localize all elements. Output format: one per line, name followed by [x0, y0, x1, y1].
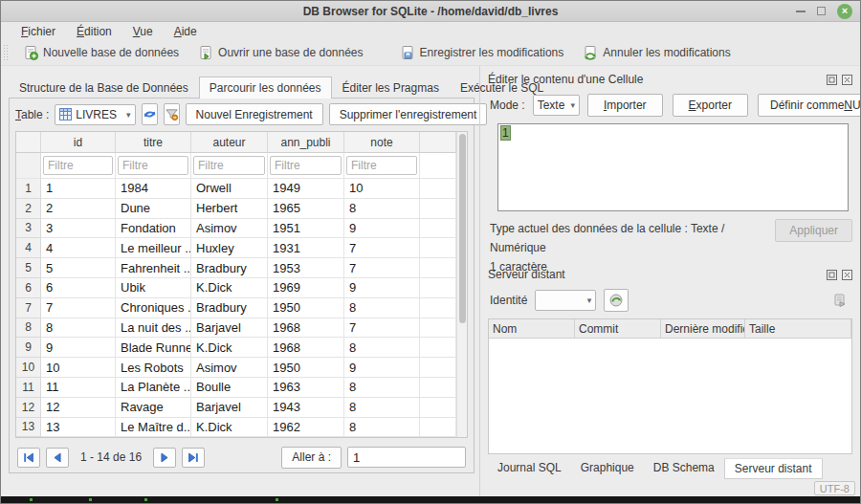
- table-cell[interactable]: 8: [344, 338, 420, 358]
- remote-column-commit[interactable]: Commit: [575, 319, 661, 339]
- apply-button[interactable]: Appliquer: [775, 219, 852, 242]
- filter-input-ann-publi[interactable]: [270, 156, 342, 175]
- next-page-button[interactable]: [153, 448, 176, 468]
- table-cell[interactable]: 1950: [268, 298, 344, 318]
- table-cell[interactable]: Orwell: [191, 179, 268, 199]
- remote-column-modif[interactable]: Dernière modific: [661, 319, 745, 339]
- first-page-button[interactable]: [17, 448, 40, 468]
- reload-remote-button[interactable]: [604, 289, 629, 312]
- delete-record-button[interactable]: Supprimer l'enregistrement: [329, 103, 488, 125]
- last-page-button[interactable]: [182, 448, 205, 468]
- table-cell[interactable]: 8: [344, 298, 420, 318]
- table-cell[interactable]: 1949: [268, 179, 344, 199]
- refresh-button[interactable]: [142, 103, 158, 125]
- table-cell[interactable]: 7: [344, 318, 420, 339]
- table-cell[interactable]: 7: [344, 258, 420, 278]
- table-cell[interactable]: Les Robots: [116, 358, 191, 378]
- table-cell[interactable]: Ubik: [116, 278, 191, 298]
- table-cell[interactable]: 5: [41, 258, 116, 278]
- table-cell[interactable]: 13: [41, 418, 116, 437]
- row-number[interactable]: 6: [16, 278, 41, 298]
- table-cell[interactable]: 4: [41, 238, 116, 258]
- table-cell[interactable]: Herbert: [191, 199, 268, 219]
- tab-serveur-distant[interactable]: Serveur distant: [724, 458, 823, 479]
- row-number[interactable]: 9: [16, 338, 41, 358]
- new-database-button[interactable]: Nouvelle base de données: [15, 42, 187, 63]
- row-number[interactable]: 12: [16, 398, 41, 418]
- table-cell[interactable]: 2: [41, 199, 116, 219]
- table-cell[interactable]: 12: [41, 398, 116, 418]
- table-cell[interactable]: Bradbury: [191, 298, 268, 318]
- close-panel-icon[interactable]: [842, 75, 852, 85]
- table-cell[interactable]: 1968: [268, 338, 344, 358]
- table-cell[interactable]: 7: [344, 238, 420, 258]
- column-header-ann-publi[interactable]: ann_publi: [268, 132, 344, 153]
- menu-vue[interactable]: Vue: [122, 24, 164, 39]
- previous-page-button[interactable]: [46, 448, 69, 468]
- remote-column-nom[interactable]: Nom: [489, 319, 575, 339]
- tab-edit-pragmas[interactable]: Éditer les Pragmas: [332, 77, 450, 99]
- table-cell[interactable]: 10: [344, 179, 420, 199]
- goto-button[interactable]: Aller à :: [281, 447, 342, 469]
- table-cell[interactable]: 3: [41, 219, 116, 239]
- table-cell[interactable]: 1931: [268, 238, 344, 258]
- table-select[interactable]: LIVRES ▾: [55, 104, 135, 125]
- table-cell[interactable]: 9: [344, 358, 420, 378]
- table-cell[interactable]: 8: [41, 318, 116, 339]
- table-cell[interactable]: Fahrenheit ...: [116, 258, 191, 278]
- table-cell[interactable]: Fondation: [116, 219, 191, 239]
- clone-database-button[interactable]: [828, 289, 852, 312]
- row-number[interactable]: 11: [16, 378, 41, 398]
- table-cell[interactable]: Le meilleur ...: [116, 238, 191, 258]
- table-cell[interactable]: 8: [344, 199, 420, 219]
- table-cell[interactable]: Barjavel: [191, 318, 268, 339]
- column-header-id[interactable]: id: [41, 132, 116, 153]
- table-cell[interactable]: Le Maître d...: [116, 418, 191, 437]
- table-cell[interactable]: Blade Runner: [116, 338, 191, 358]
- table-cell[interactable]: 11: [41, 378, 116, 398]
- table-cell[interactable]: Bradbury: [191, 258, 268, 278]
- filter-input-note[interactable]: [346, 156, 417, 175]
- tab-database-structure[interactable]: Structure de la Base de Données: [9, 77, 199, 99]
- export-button[interactable]: Exporter: [673, 94, 748, 117]
- remote-column-taille[interactable]: Taille: [745, 319, 851, 339]
- revert-changes-button[interactable]: Annuler les modifications: [575, 42, 738, 63]
- row-number[interactable]: 2: [16, 199, 41, 219]
- row-number[interactable]: 8: [16, 318, 41, 339]
- maximize-icon[interactable]: [817, 7, 826, 15]
- scrollbar-thumb[interactable]: [459, 134, 466, 323]
- table-cell[interactable]: 1953: [268, 258, 344, 278]
- table-cell[interactable]: K.Dick: [191, 278, 268, 298]
- table-cell[interactable]: Ravage: [116, 398, 191, 418]
- table-cell[interactable]: La Planète ...: [116, 378, 191, 398]
- close-icon[interactable]: ×: [837, 4, 852, 19]
- table-cell[interactable]: 1943: [268, 398, 344, 418]
- table-cell[interactable]: 8: [344, 398, 420, 418]
- table-cell[interactable]: Barjavel: [191, 398, 268, 418]
- table-cell[interactable]: 10: [41, 358, 116, 378]
- open-database-button[interactable]: Ouvrir une base de données: [190, 42, 370, 63]
- save-changes-button[interactable]: Enregistrer les modifications: [392, 42, 572, 63]
- menu-fichier[interactable]: Fichier: [11, 24, 66, 39]
- toolbar-drag-handle[interactable]: [3, 44, 8, 61]
- cell-content-editor[interactable]: 1: [497, 123, 849, 211]
- column-header-titre[interactable]: titre: [116, 132, 191, 153]
- filter-input-id[interactable]: [43, 156, 113, 175]
- row-number[interactable]: 5: [16, 258, 41, 278]
- float-panel-icon[interactable]: [827, 270, 837, 280]
- table-cell[interactable]: 1969: [268, 278, 344, 298]
- table-cell[interactable]: Asimov: [191, 358, 268, 378]
- table-cell[interactable]: Chroniques ...: [116, 298, 191, 318]
- table-cell[interactable]: 9: [344, 278, 420, 298]
- table-cell[interactable]: La nuit des ...: [116, 318, 191, 339]
- grid-vertical-scrollbar[interactable]: [456, 132, 467, 437]
- table-cell[interactable]: 9: [344, 219, 420, 239]
- table-cell[interactable]: 1984: [116, 179, 191, 199]
- table-cell[interactable]: 1968: [268, 318, 344, 339]
- table-cell[interactable]: Asimov: [191, 219, 268, 239]
- encoding-badge[interactable]: UTF-8: [814, 481, 855, 495]
- column-header-note[interactable]: note: [344, 132, 420, 153]
- menu-aide[interactable]: Aide: [164, 24, 208, 39]
- table-cell[interactable]: 6: [41, 278, 116, 298]
- table-cell[interactable]: Boulle: [191, 378, 268, 398]
